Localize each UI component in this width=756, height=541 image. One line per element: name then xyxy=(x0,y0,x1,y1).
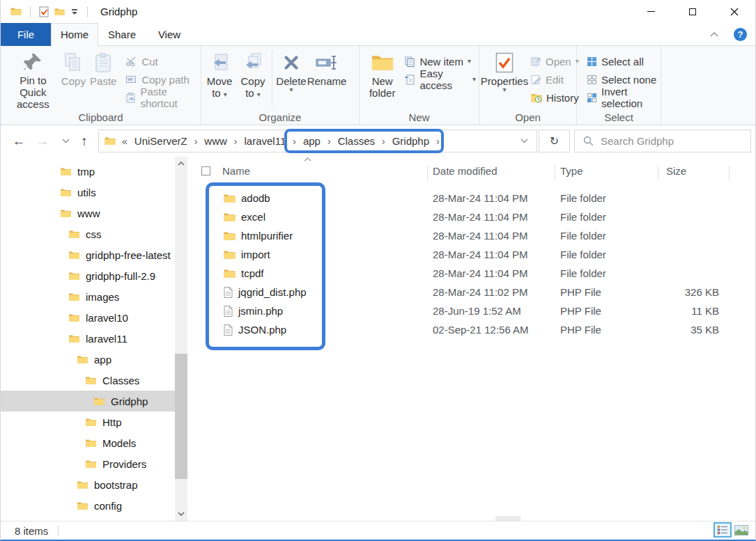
sidebar-folder-item[interactable]: www xyxy=(1,203,175,224)
delete-caret-icon: ▾ xyxy=(289,87,293,93)
search-input[interactable] xyxy=(601,135,733,147)
paste-button[interactable]: Paste xyxy=(87,46,119,110)
sidebar-scrollbar[interactable] xyxy=(175,157,187,521)
folder-icon xyxy=(60,188,72,197)
column-separator[interactable] xyxy=(658,165,658,180)
refresh-button[interactable]: ↻ xyxy=(539,130,570,152)
qat-properties-icon[interactable] xyxy=(39,6,49,17)
breadcrumb-segment[interactable]: Gridphp xyxy=(392,135,430,147)
forward-button[interactable]: → xyxy=(33,130,52,152)
open-button[interactable]: Open ▾ xyxy=(528,52,582,70)
paste-shortcut-button[interactable]: Paste shortcut xyxy=(123,88,201,107)
sidebar-folder-item[interactable]: gridphp-free-latest xyxy=(1,244,175,265)
breadcrumb-chevron-icon[interactable]: › xyxy=(286,136,302,147)
ribbon-group-label: Open xyxy=(479,111,576,123)
file-row[interactable]: jqgrid_dist.php28-Mar-24 11:02 PMPHP Fil… xyxy=(187,283,755,301)
minimize-button[interactable] xyxy=(630,0,672,23)
search-box[interactable] xyxy=(574,130,751,152)
sidebar-folder-item[interactable]: Providers xyxy=(1,453,175,474)
sidebar-folder-item[interactable]: images xyxy=(1,286,175,307)
sidebar-folder-item[interactable]: Gridphp xyxy=(1,391,175,411)
column-separator[interactable] xyxy=(729,165,730,180)
qat-customize-icon[interactable] xyxy=(72,9,77,15)
move-to-caret-icon: ▾ xyxy=(224,91,227,98)
file-row[interactable]: JSON.php02-Sep-21 12:56 AMPHP File35 KB xyxy=(187,320,755,339)
history-button[interactable]: History xyxy=(528,88,582,107)
sidebar-folder-item[interactable]: config xyxy=(1,495,175,516)
scroll-down-icon[interactable] xyxy=(175,508,187,519)
sidebar-folder-item[interactable]: Models xyxy=(1,432,175,453)
cut-button[interactable]: Cut xyxy=(123,52,201,70)
back-button[interactable]: ← xyxy=(9,130,29,152)
sort-ascending-icon xyxy=(304,157,311,162)
sidebar-folder-item[interactable]: tmp xyxy=(1,161,175,182)
edit-button[interactable]: Edit xyxy=(528,70,582,88)
copy-button[interactable]: Copy xyxy=(60,46,87,110)
column-separator[interactable] xyxy=(427,165,428,180)
copy-to-button[interactable]: Copy to ▾ xyxy=(236,46,270,110)
address-bar[interactable]: «UniServerZ›www›laravel11›app›Classes›Gr… xyxy=(98,130,537,152)
sidebar-folder-item[interactable]: utils xyxy=(1,182,175,203)
delete-button[interactable]: Delete ▾ xyxy=(275,46,308,110)
sidebar-folder-item[interactable]: gridphp-full-2.9 xyxy=(1,265,175,286)
sidebar-folder-item[interactable]: Classes xyxy=(1,370,175,391)
sidebar-folder-item[interactable]: Http xyxy=(1,411,175,432)
breadcrumb-chevron-icon[interactable]: › xyxy=(321,136,337,147)
breadcrumb-chevron-icon[interactable]: › xyxy=(430,136,446,147)
sidebar-folder-item[interactable]: laravel11 xyxy=(1,328,175,349)
file-row[interactable]: import28-Mar-24 11:04 PMFile folder xyxy=(187,245,755,264)
ribbon-tab-row: File Home Share View xyxy=(1,23,755,46)
invert-selection-button[interactable]: Invert selection xyxy=(584,88,661,107)
details-view-button[interactable] xyxy=(713,522,732,538)
pin-to-quick-access-button[interactable]: Pin to Quick access xyxy=(6,46,60,110)
breadcrumb-segment[interactable]: Classes xyxy=(337,135,376,147)
collapse-ribbon-icon[interactable] xyxy=(710,32,718,37)
file-row[interactable]: adodb28-Mar-24 11:04 PMFile folder xyxy=(187,189,755,207)
select-all-button[interactable]: Select all xyxy=(584,52,661,70)
breadcrumb-segment[interactable]: www xyxy=(203,135,228,147)
qat-new-folder-icon[interactable] xyxy=(54,8,65,16)
sidebar-folder-item[interactable]: laravel10 xyxy=(1,307,175,328)
sidebar-folder-item[interactable]: css xyxy=(1,224,175,244)
tab-view[interactable]: View xyxy=(146,23,193,46)
horizontal-scrollbar-thumb[interactable] xyxy=(495,516,520,521)
tab-share[interactable]: Share xyxy=(98,23,146,46)
recent-locations-button[interactable] xyxy=(58,130,73,152)
breadcrumb-chevron-icon[interactable]: › xyxy=(228,136,244,147)
move-to-button[interactable]: Move to ▾ xyxy=(203,46,236,110)
tab-home[interactable]: Home xyxy=(51,23,98,46)
breadcrumb-segment[interactable]: app xyxy=(302,135,321,147)
column-header-name[interactable]: Name xyxy=(187,157,427,185)
address-dropdown-icon[interactable] xyxy=(520,139,528,143)
scroll-up-icon[interactable] xyxy=(175,158,187,169)
close-button[interactable] xyxy=(713,0,755,23)
breadcrumb-segment[interactable]: UniServerZ xyxy=(134,135,188,147)
column-header-type[interactable]: Type xyxy=(555,157,658,185)
file-row[interactable]: tcpdf28-Mar-24 11:04 PMFile folder xyxy=(187,264,755,283)
breadcrumb-overflow-icon[interactable]: « xyxy=(116,136,134,147)
scrollbar-thumb[interactable] xyxy=(175,354,187,479)
select-all-checkbox[interactable] xyxy=(201,166,210,175)
up-button[interactable]: ↑ xyxy=(75,130,94,152)
column-header-date[interactable]: Date modified xyxy=(427,157,555,185)
properties-button[interactable]: Properties ▾ xyxy=(482,46,527,110)
file-row[interactable]: jsmin.php28-Jun-19 1:52 AMPHP File11 KB xyxy=(187,301,755,320)
column-header-size[interactable]: Size xyxy=(658,157,729,185)
help-icon[interactable]: ? xyxy=(734,28,747,41)
file-row[interactable]: htmlpurifier28-Mar-24 11:04 PMFile folde… xyxy=(187,226,755,245)
file-date: 28-Mar-24 11:04 PM xyxy=(427,249,555,260)
breadcrumb-chevron-icon[interactable]: › xyxy=(376,136,392,147)
maximize-button[interactable] xyxy=(672,0,713,23)
thumbnails-view-button[interactable] xyxy=(733,522,750,538)
sidebar-folder-item[interactable]: app xyxy=(1,349,175,370)
new-folder-button[interactable]: New folder xyxy=(365,46,399,110)
rename-button[interactable]: Rename xyxy=(308,46,346,110)
folder-icon xyxy=(77,480,88,489)
file-row[interactable]: excel28-Mar-24 11:04 PMFile folder xyxy=(187,207,755,226)
sidebar-folder-item[interactable]: bootstrap xyxy=(1,474,175,495)
breadcrumb-segment[interactable]: laravel11 xyxy=(244,135,287,147)
column-separator[interactable] xyxy=(555,165,555,180)
tab-file[interactable]: File xyxy=(1,23,51,46)
breadcrumb-chevron-icon[interactable]: › xyxy=(188,136,204,147)
easy-access-button[interactable]: Easy access ▾ xyxy=(402,70,479,88)
